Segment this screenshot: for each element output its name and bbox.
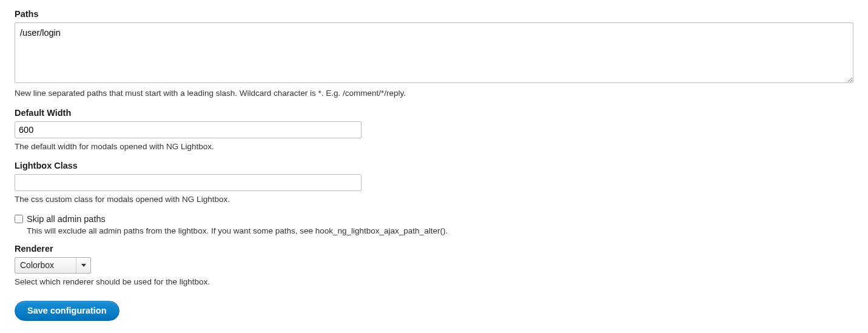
default-width-description: The default width for modals opened with… xyxy=(15,141,853,153)
lightbox-class-description: The css custom class for modals opened w… xyxy=(15,193,853,206)
paths-description: New line separated paths that must start… xyxy=(15,87,853,99)
lightbox-class-label: Lightbox Class xyxy=(15,161,853,170)
renderer-select[interactable]: Colorbox xyxy=(15,257,91,274)
skip-admin-field-wrapper: Skip all admin paths This will exclude a… xyxy=(15,214,853,235)
renderer-field-wrapper: Renderer Colorbox Select which renderer … xyxy=(15,244,853,288)
default-width-label: Default Width xyxy=(15,108,853,118)
save-configuration-button[interactable]: Save configuration xyxy=(15,301,119,321)
paths-field-wrapper: Paths New line separated paths that must… xyxy=(15,9,853,99)
renderer-selected-value: Colorbox xyxy=(15,258,90,273)
skip-admin-description: This will exclude all admin paths from t… xyxy=(27,226,853,235)
default-width-input[interactable] xyxy=(15,121,362,138)
lightbox-class-input[interactable] xyxy=(15,174,362,191)
paths-label: Paths xyxy=(15,9,853,19)
skip-admin-label[interactable]: Skip all admin paths xyxy=(27,214,106,224)
skip-admin-checkbox[interactable] xyxy=(15,215,23,223)
renderer-description: Select which renderer should be used for… xyxy=(15,276,853,288)
lightbox-class-field-wrapper: Lightbox Class The css custom class for … xyxy=(15,161,853,206)
default-width-field-wrapper: Default Width The default width for moda… xyxy=(15,108,853,153)
renderer-label: Renderer xyxy=(15,244,853,254)
paths-textarea[interactable] xyxy=(15,22,853,83)
